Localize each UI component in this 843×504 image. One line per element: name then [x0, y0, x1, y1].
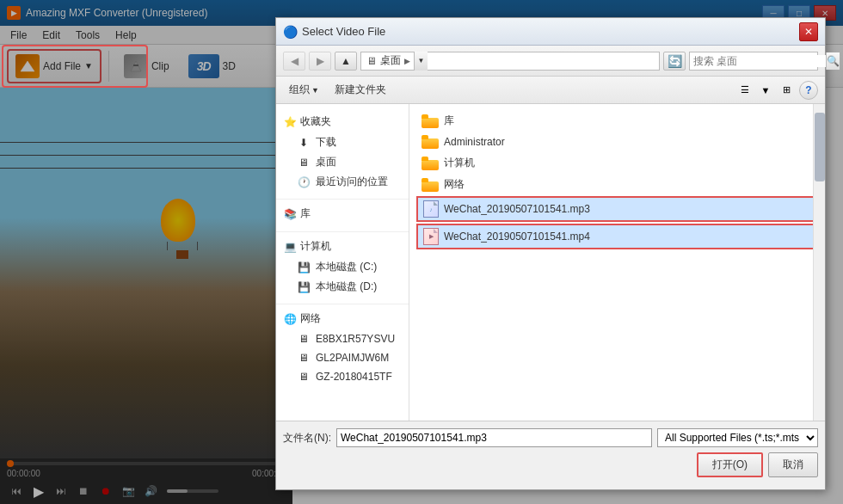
net2-label: GL2PAIMJW6M: [316, 352, 389, 364]
dialog-toolbar: 组织 ▼ 新建文件夹 ☰ ▼ ⊞ ?: [276, 77, 825, 104]
list-item[interactable]: ♪ WeChat_20190507101541.mp3: [416, 196, 818, 222]
new-folder-label: 新建文件夹: [335, 83, 386, 97]
left-divider-3: [276, 304, 409, 304]
dialog-bottom-bar: 文件名(N): All Supported Files (*.ts;*.mts …: [276, 421, 825, 489]
network-header[interactable]: 🌐 网络: [276, 308, 409, 329]
left-item-c-drive[interactable]: 💾 本地磁盘 (C:): [276, 257, 409, 277]
dialog-close-button[interactable]: ✕: [799, 22, 818, 41]
view-icons: ☰ ▼ ⊞: [735, 81, 796, 100]
cancel-button[interactable]: 取消: [768, 452, 818, 477]
search-input[interactable]: [690, 55, 826, 67]
favorites-label: 收藏夹: [300, 114, 331, 129]
action-buttons-row: 打开(O) 取消: [283, 452, 818, 477]
dialog-titlebar-left: 🔵 Select Video File: [283, 25, 385, 39]
app-window: ▶ Amazing MXF Converter (Unregistered) ─…: [0, 0, 843, 504]
list-item[interactable]: 库: [416, 111, 818, 131]
library-label: 库: [300, 206, 311, 221]
computer-section: 💻 计算机 💾 本地磁盘 (C:) 💾 本地磁盘 (D:): [276, 236, 409, 297]
net1-icon: 🖥: [297, 332, 311, 346]
refresh-button[interactable]: 🔄: [663, 52, 686, 71]
back-button[interactable]: ◀: [283, 52, 305, 71]
view-list-btn[interactable]: ☰: [735, 81, 754, 100]
dialog-title: Select Video File: [302, 25, 385, 38]
folder-icon-nav: 🖥: [366, 55, 377, 67]
file-mp4-name: WeChat_20190507101541.mp4: [444, 230, 590, 243]
organize-button[interactable]: 组织 ▼: [283, 80, 325, 100]
file-list: 库 Administrator: [416, 111, 818, 249]
left-item-net2[interactable]: 🖥 GL2PAIMJW6M: [276, 348, 409, 367]
dialog-overlay: 🔵 Select Video File ✕ ◀ ▶ ▲ 🖥 桌面 ▶ ▼ 🔄: [0, 0, 843, 504]
c-drive-label: 本地磁盘 (C:): [316, 260, 377, 274]
dialog-right-panel: 库 Administrator: [409, 104, 825, 421]
left-item-download[interactable]: ⬇ 下载: [276, 132, 409, 152]
computer-header[interactable]: 💻 计算机: [276, 236, 409, 257]
organize-arrow: ▼: [311, 86, 319, 95]
dialog-body: ⭐ 收藏夹 ⬇ 下载 🖥 桌面 🕐 最近访问: [276, 104, 825, 421]
forward-button[interactable]: ▶: [309, 52, 331, 71]
search-button[interactable]: 🔍: [826, 52, 840, 70]
dialog-left-panel: ⭐ 收藏夹 ⬇ 下载 🖥 桌面 🕐 最近访问: [276, 104, 409, 421]
library-section: 📚 库: [276, 203, 409, 224]
filename-label: 文件名(N):: [283, 431, 331, 446]
address-dropdown-btn[interactable]: ▼: [414, 52, 428, 71]
folder-network-name: 网络: [444, 177, 465, 192]
download-icon: ⬇: [297, 136, 311, 150]
net1-label: E8BX1R57YSVU: [316, 333, 395, 345]
computer-icon: 💻: [283, 240, 297, 254]
favorites-header[interactable]: ⭐ 收藏夹: [276, 111, 409, 132]
help-button[interactable]: ?: [799, 81, 818, 100]
filename-input[interactable]: [336, 428, 652, 447]
left-item-net3[interactable]: 🖥 GZ-20180415TF: [276, 367, 409, 386]
desktop-icon: 🖥: [297, 156, 311, 169]
new-folder-button[interactable]: 新建文件夹: [329, 80, 392, 100]
d-drive-label: 本地磁盘 (D:): [316, 280, 377, 294]
filetype-select[interactable]: All Supported Files (*.ts;*.mts: [657, 428, 818, 447]
list-item[interactable]: 计算机: [416, 153, 818, 173]
network-section: 🌐 网络 🖥 E8BX1R57YSVU 🖥 GL2PAIMJW6M �: [276, 308, 409, 386]
desktop-label: 桌面: [316, 155, 336, 169]
net2-icon: 🖥: [297, 351, 311, 365]
folder-admin-name: Administrator: [444, 136, 505, 148]
scrollbar[interactable]: [813, 104, 825, 421]
folder-computer-name: 计算机: [444, 156, 475, 170]
search-box: 🔍: [689, 52, 818, 71]
computer-label: 计算机: [300, 239, 331, 254]
list-item[interactable]: 网络: [416, 175, 818, 194]
dialog-title-icon: 🔵: [283, 25, 297, 39]
left-item-recent[interactable]: 🕐 最近访问的位置: [276, 172, 409, 192]
download-label: 下载: [316, 135, 336, 150]
select-video-dialog: 🔵 Select Video File ✕ ◀ ▶ ▲ 🖥 桌面 ▶ ▼ 🔄: [275, 17, 826, 490]
dialog-titlebar: 🔵 Select Video File ✕: [276, 18, 825, 46]
left-divider-2: [276, 231, 409, 232]
d-drive-icon: 💾: [297, 280, 311, 294]
file-mp3-name: WeChat_20190507101541.mp3: [444, 203, 590, 215]
network-icon: 🌐: [283, 312, 297, 326]
list-item[interactable]: Administrator: [416, 132, 818, 151]
filename-row: 文件名(N): All Supported Files (*.ts;*.mts: [283, 428, 818, 447]
dialog-navbar: ◀ ▶ ▲ 🖥 桌面 ▶ ▼ 🔄 🔍: [276, 46, 825, 77]
left-divider-1: [276, 199, 409, 200]
open-button[interactable]: 打开(O): [697, 452, 763, 477]
network-label: 网络: [300, 311, 321, 326]
left-item-d-drive[interactable]: 💾 本地磁盘 (D:): [276, 277, 409, 297]
address-separator: ▶: [404, 57, 410, 65]
left-item-net1[interactable]: 🖥 E8BX1R57YSVU: [276, 329, 409, 348]
folder-lib-name: 库: [444, 114, 454, 128]
library-header[interactable]: 📚 库: [276, 203, 409, 224]
library-icon: 📚: [283, 207, 297, 221]
up-button[interactable]: ▲: [335, 52, 357, 71]
favorites-section: ⭐ 收藏夹 ⬇ 下载 🖥 桌面 🕐 最近访问: [276, 111, 409, 192]
c-drive-icon: 💾: [297, 261, 311, 274]
recent-label: 最近访问的位置: [316, 175, 388, 189]
recent-icon: 🕐: [297, 175, 311, 189]
view-arrow-btn[interactable]: ▼: [756, 81, 775, 100]
organize-label: 组织: [289, 83, 310, 97]
view-details-btn[interactable]: ⊞: [777, 81, 796, 100]
address-location: 桌面: [380, 53, 401, 68]
address-bar[interactable]: 🖥 桌面 ▶ ▼: [360, 52, 660, 71]
list-item[interactable]: ▶ WeChat_20190507101541.mp4: [416, 224, 818, 249]
net3-label: GZ-20180415TF: [316, 371, 392, 383]
scroll-thumb[interactable]: [815, 113, 825, 181]
net3-icon: 🖥: [297, 370, 311, 384]
left-item-desktop[interactable]: 🖥 桌面: [276, 152, 409, 172]
